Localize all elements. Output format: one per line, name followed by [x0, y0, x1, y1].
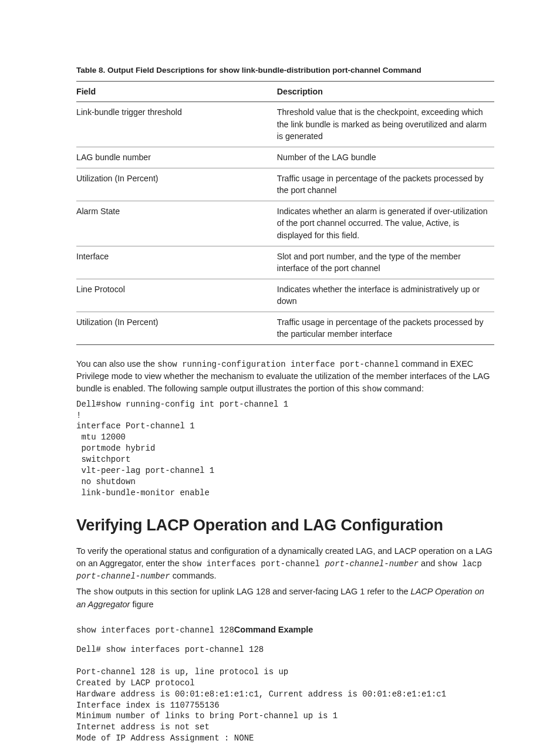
table-header-desc: Description [277, 81, 494, 102]
section-heading: Verifying LACP Operation and LAG Configu… [76, 514, 494, 537]
example-label: Command Example [234, 625, 313, 634]
table-row: Interface Slot and port number, and the … [76, 246, 494, 279]
document-page: Table 8. Output Field Descriptions for s… [0, 0, 560, 744]
table-cell-desc: Indicates whether the interface is admin… [277, 279, 494, 312]
table-cell-desc: Traffic usage in percentage of the packe… [277, 168, 494, 201]
table-cell-field: Link-bundle trigger threshold [76, 102, 277, 147]
table-cell-field: Line Protocol [76, 279, 277, 312]
table-row: Utilization (In Percent) Traffic usage i… [76, 168, 494, 201]
code-block-running-config: Dell#show running-config int port-channe… [76, 399, 494, 499]
table-cell-field: Utilization (In Percent) [76, 168, 277, 201]
table-cell-field: Interface [76, 246, 277, 279]
table-cell-desc: Number of the LAG bundle [277, 147, 494, 168]
table-row: Utilization (In Percent) Traffic usage i… [76, 312, 494, 344]
table-row: Link-bundle trigger threshold Threshold … [76, 102, 494, 147]
inline-command: show lacp [437, 559, 482, 569]
code-block-show-interfaces: Dell# show interfaces port-channel 128 P… [76, 644, 494, 744]
table-cell-desc: Slot and port number, and the type of th… [277, 246, 494, 279]
inline-command: show [362, 384, 382, 394]
table-header-row: Field Description [76, 81, 494, 102]
table-row: LAG bundle number Number of the LAG bund… [76, 147, 494, 168]
table-cell-field: Utilization (In Percent) [76, 312, 277, 344]
table-header-field: Field [76, 81, 277, 102]
text: and [419, 559, 437, 568]
table-row: Alarm State Indicates whether an alarm i… [76, 201, 494, 246]
text: figure [130, 600, 153, 609]
table-row: Line Protocol Indicates whether the inte… [76, 279, 494, 312]
inline-command: show running-configuration interface por… [157, 360, 399, 369]
example-command: show interfaces port-channel 128 [76, 625, 234, 635]
table-cell-desc: Threshold value that is the checkpoint, … [277, 102, 494, 147]
inline-arg: port-channel-number [76, 571, 170, 581]
inline-command: show [93, 587, 113, 597]
text: You can also use the [76, 359, 157, 368]
table-cell-desc: Indicates whether an alarm is generated … [277, 201, 494, 246]
example-heading: show interfaces port-channel 128Command … [76, 624, 494, 636]
inline-command: show interfaces port-channel [182, 559, 325, 569]
table-caption: Table 8. Output Field Descriptions for s… [76, 65, 494, 76]
paragraph-1: You can also use the show running-config… [76, 358, 494, 395]
text: outputs in this section for uplink LAG 1… [113, 587, 411, 596]
table-cell-field: LAG bundle number [76, 147, 277, 168]
field-description-table: Field Description Link-bundle trigger th… [76, 81, 494, 346]
inline-arg: port-channel-number [325, 559, 419, 569]
table-cell-field: Alarm State [76, 201, 277, 246]
text: command: [382, 384, 424, 393]
paragraph-2: To verify the operational status and con… [76, 545, 494, 583]
table-cell-desc: Traffic usage in percentage of the packe… [277, 312, 494, 344]
text: The [76, 587, 93, 596]
paragraph-3: The show outputs in this section for upl… [76, 586, 494, 610]
text: commands. [170, 571, 217, 580]
